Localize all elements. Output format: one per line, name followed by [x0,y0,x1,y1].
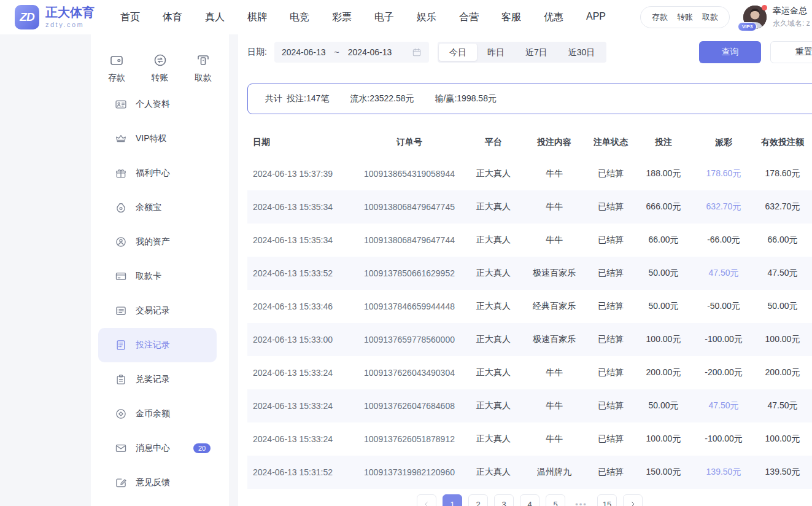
sidebar-item[interactable]: 交易记录 [98,294,217,328]
nav-item[interactable]: 体育 [163,11,182,24]
nav-item[interactable]: APP [586,11,606,24]
cell-order-number: 1009137626043490304 [352,356,467,389]
cell-status: 已结算 [589,389,633,422]
cell-bet-content: 极速百家乐 [520,257,589,290]
cell-payout: -200.00元 [694,356,753,389]
cell-bet-amount: 66.00元 [633,224,694,257]
sidebar-item[interactable]: 金币余额 [98,397,217,431]
sidebar-item[interactable]: 兑奖记录 [98,362,217,397]
quick-range-option[interactable]: 近7日 [515,44,558,61]
summary-prefix: 共计 [265,93,282,104]
column-header: 投注内容 [520,128,589,157]
sidebar-item[interactable]: 投注记录 [98,328,217,362]
sidebar-item-label: 交易记录 [136,305,170,316]
site-logo[interactable]: ZD 正大体育 zdty.com [15,5,95,29]
pagination-next[interactable] [623,494,643,506]
nav-item[interactable]: 电子 [374,11,394,24]
nav-item[interactable]: 合营 [459,11,479,24]
cell-bet-amount: 200.00元 [633,356,694,389]
bet-records-icon [115,339,127,351]
sidebar-item[interactable]: 余额宝 [98,190,217,225]
cell-payout: -100.00元 [694,323,753,356]
column-header: 派彩 [694,128,753,157]
sidebar-item[interactable]: 个人资料 [98,87,217,122]
column-header: 平台 [467,128,520,157]
wallet-pill-item[interactable]: 转账 [677,12,693,23]
cell-bet-content: 牛牛 [520,422,589,456]
nav-item[interactable]: 客服 [501,11,521,24]
quick-action-transfer[interactable]: 转账 [152,53,169,84]
date-filter-label: 日期: [247,47,267,58]
sidebar-item-label: 意见反馈 [136,477,170,488]
avatar[interactable]: VIP3 [743,6,767,29]
cell-status: 已结算 [589,224,633,257]
quick-action-deposit-wallet[interactable]: 存款 [108,53,125,84]
nav-item[interactable]: 优惠 [544,11,563,24]
summary-winloss: 输/赢:1998.58元 [435,93,497,104]
pagination-page[interactable]: 1 [443,494,462,506]
cell-platform: 正大真人 [467,422,520,456]
cell-payout: 139.50元 [694,456,753,489]
nav-item[interactable]: 棋牌 [247,11,267,24]
pagination-page[interactable]: 15 [597,494,617,506]
quick-action-withdraw[interactable]: 取款 [195,53,212,84]
sidebar-item[interactable]: VIP特权 [98,122,217,156]
cell-payout: -100.00元 [694,422,753,456]
cell-date: 2024-06-13 15:35:34 [247,224,352,257]
cell-platform: 正大真人 [467,356,520,389]
cell-valid-bet: 47.50元 [753,257,812,290]
pagination-page[interactable]: 5 [546,494,565,506]
notification-dot-icon [762,5,767,10]
wallet-pill-item[interactable]: 取款 [702,12,718,23]
pagination-page[interactable]: 2 [468,494,488,506]
username: 幸运金总 [773,6,810,17]
bank-card-icon [115,270,127,282]
sidebar-item[interactable]: 消息中心20 [98,431,217,465]
money-pouch-icon [115,201,127,214]
cell-order-number: 1009138068479647745 [352,190,467,224]
quick-range-option[interactable]: 昨日 [477,44,515,61]
wallet-pill-item[interactable]: 存款 [652,12,668,23]
reset-button[interactable]: 重置 [770,41,812,63]
unread-count-badge: 20 [193,443,211,453]
coin-icon [115,408,127,420]
search-button[interactable]: 查询 [699,41,761,63]
nav-item[interactable]: 彩票 [332,11,352,24]
quick-action-label: 转账 [152,72,169,84]
cell-valid-bet: 100.00元 [753,323,812,356]
main-nav: 首页体育真人棋牌电竞彩票电子娱乐合营客服优惠APP [120,11,606,24]
cell-date: 2024-06-13 15:33:52 [247,257,352,290]
sidebar-item-label: 兑奖记录 [136,374,170,385]
pagination-page[interactable]: 3 [494,494,514,506]
cell-platform: 正大真人 [467,323,520,356]
quick-range-option[interactable]: 今日 [439,44,477,61]
table-row: 2024-06-13 15:33:521009137850661629952正大… [247,257,812,290]
sidebar-item[interactable]: 我的资产 [98,225,217,259]
cell-valid-bet: 139.50元 [753,456,812,489]
date-range-input[interactable]: 2024-06-13 ~ 2024-06-13 [274,42,429,63]
cell-payout: -66.00元 [694,224,753,257]
table-head: 日期订单号平台投注内容注单状态投注派彩有效投注额 [247,128,812,157]
sidebar-item[interactable]: 意见反馈 [98,465,217,500]
user-account[interactable]: VIP3 幸运金总 永久域名: z [743,6,812,29]
betting-records-panel: 日期: 2024-06-13 ~ 2024-06-13 今日昨日近7日近30日 … [238,34,812,506]
nav-item[interactable]: 首页 [120,11,140,24]
site-title: 正大体育 [45,6,95,19]
table-row: 2024-06-13 15:33:241009137626043490304正大… [247,356,812,389]
nav-item[interactable]: 娱乐 [417,11,436,24]
sidebar-item[interactable]: 福利中心 [98,156,217,190]
date-separator: ~ [334,47,339,57]
cell-platform: 正大真人 [467,389,520,422]
cell-status: 已结算 [589,290,633,323]
pagination-page[interactable]: 4 [520,494,539,506]
cell-order-number: 1009138068479647744 [352,224,467,257]
summary-bets: 投注:147笔 [287,93,329,104]
nav-item[interactable]: 真人 [205,11,225,24]
sidebar-item[interactable]: 取款卡 [98,259,217,294]
pagination-prev[interactable] [417,494,436,506]
quick-range-option[interactable]: 近30日 [558,44,606,61]
nav-item[interactable]: 电竞 [290,11,309,24]
cell-date: 2024-06-13 15:33:24 [247,356,352,389]
cell-payout: 178.60元 [694,157,753,190]
cell-bet-content: 极速百家乐 [520,323,589,356]
